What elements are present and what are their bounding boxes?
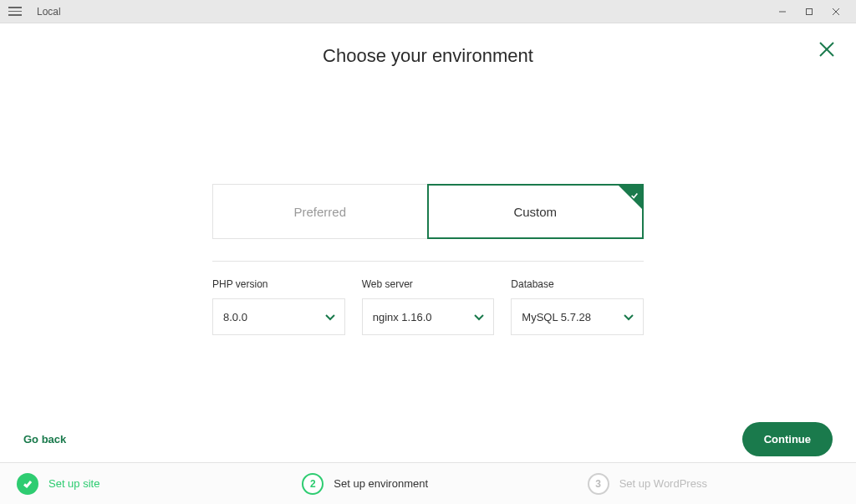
step-2: 2 Set up environment: [285, 463, 570, 504]
environment-box: Preferred Custom PHP version 8.0.0: [212, 184, 644, 335]
environment-tabs: Preferred Custom: [212, 184, 644, 239]
titlebar: Local: [0, 0, 856, 23]
go-back-button[interactable]: Go back: [23, 433, 66, 445]
tab-preferred[interactable]: Preferred: [212, 184, 427, 239]
continue-button[interactable]: Continue: [742, 422, 833, 456]
config-fields: PHP version 8.0.0 Web server nginx 1.16.…: [212, 278, 644, 335]
webserver-select[interactable]: nginx 1.16.0: [362, 298, 495, 335]
php-value: 8.0.0: [223, 311, 247, 323]
svg-rect-1: [807, 8, 813, 14]
step-3-label: Set up WordPress: [619, 477, 707, 490]
database-value: MySQL 5.7.28: [522, 311, 591, 323]
database-label: Database: [511, 278, 644, 290]
step-2-circle: 2: [302, 473, 324, 495]
php-label: PHP version: [212, 278, 345, 290]
field-php: PHP version 8.0.0: [212, 278, 345, 335]
main-content: Choose your environment Preferred Custom…: [0, 23, 856, 415]
chevron-down-icon: [473, 311, 485, 323]
app-title: Local: [37, 6, 61, 18]
close-window-button[interactable]: [823, 0, 849, 23]
database-select[interactable]: MySQL 5.7.28: [511, 298, 644, 335]
window-controls: [769, 0, 849, 23]
webserver-value: nginx 1.16.0: [373, 311, 432, 323]
chevron-down-icon: [324, 311, 336, 323]
step-3-circle: 3: [588, 473, 609, 495]
step-1-label: Set up site: [48, 477, 99, 490]
action-bar: Go back Continue: [0, 415, 856, 462]
field-database: Database MySQL 5.7.28: [511, 278, 644, 335]
step-1-circle: [17, 473, 38, 495]
maximize-button[interactable]: [796, 0, 823, 23]
tab-custom-label: Custom: [513, 205, 557, 219]
php-select[interactable]: 8.0.0: [212, 298, 345, 335]
field-webserver: Web server nginx 1.16.0: [362, 278, 495, 335]
check-icon: [630, 188, 639, 196]
steps-footer: Set up site 2 Set up environment 3 Set u…: [0, 462, 856, 504]
step-1: Set up site: [0, 463, 285, 504]
webserver-label: Web server: [362, 278, 495, 290]
page-title: Choose your environment: [0, 45, 856, 67]
step-2-label: Set up environment: [334, 477, 428, 490]
step-3: 3 Set up WordPress: [571, 463, 856, 504]
menu-icon[interactable]: [8, 5, 22, 18]
close-page-button[interactable]: [818, 40, 836, 59]
tab-preferred-label: Preferred: [293, 205, 346, 219]
tab-custom[interactable]: Custom: [427, 184, 645, 239]
divider: [212, 261, 644, 262]
minimize-button[interactable]: [769, 0, 796, 23]
chevron-down-icon: [623, 311, 634, 323]
